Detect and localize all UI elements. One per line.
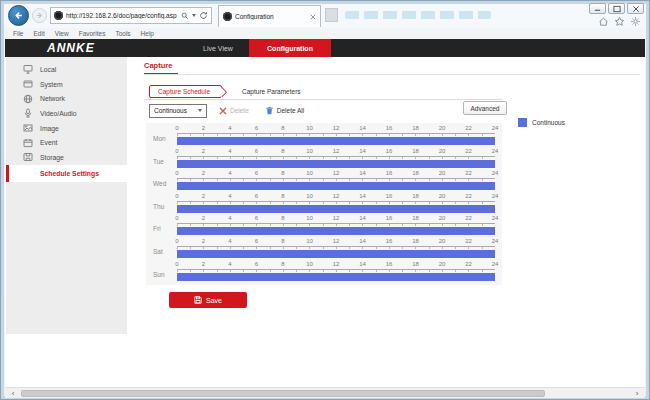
nav-tab-live-view[interactable]: Live View bbox=[190, 39, 246, 57]
day-timeline[interactable]: 024681012141618202224 bbox=[177, 216, 495, 239]
delete-button[interactable]: Delete bbox=[219, 107, 249, 115]
hour-label: 4 bbox=[228, 193, 231, 199]
day-timeline[interactable]: 024681012141618202224 bbox=[177, 262, 495, 285]
schedule-bar[interactable] bbox=[177, 205, 495, 213]
hour-label: 8 bbox=[281, 261, 284, 267]
search-icon[interactable] bbox=[181, 12, 189, 20]
schedule-day-row: Tue 024681012141618202224 bbox=[146, 149, 502, 172]
sidebar-item[interactable]: Image bbox=[6, 121, 127, 136]
browser-menu-bar: FileEditViewFavoritesToolsHelp bbox=[5, 28, 645, 39]
floppy-save-icon bbox=[194, 296, 202, 304]
back-button[interactable] bbox=[8, 5, 29, 26]
hour-label: 6 bbox=[255, 215, 258, 221]
menu-item[interactable]: View bbox=[55, 30, 69, 37]
sidebar-item-label: Storage bbox=[40, 154, 64, 161]
maximize-button[interactable] bbox=[608, 3, 625, 14]
tab-close-icon[interactable] bbox=[310, 14, 316, 20]
calendar-icon bbox=[23, 138, 33, 148]
url-input[interactable]: http://192.168.2.6/doc/page/config.asp bbox=[66, 12, 178, 19]
day-label: Sat bbox=[146, 239, 177, 262]
hour-label: 22 bbox=[465, 215, 472, 221]
menu-item[interactable]: Tools bbox=[115, 30, 130, 37]
hour-label: 14 bbox=[359, 125, 366, 131]
hour-label: 8 bbox=[281, 125, 284, 131]
menu-item[interactable]: Help bbox=[141, 30, 154, 37]
hour-label: 18 bbox=[412, 215, 419, 221]
hour-label: 24 bbox=[492, 170, 499, 176]
horizontal-scrollbar[interactable]: ‹ › bbox=[5, 387, 645, 398]
schedule-bar[interactable] bbox=[177, 137, 495, 145]
schedule-bar[interactable] bbox=[177, 273, 495, 281]
schedule-day-row: Thu 024681012141618202224 bbox=[146, 194, 502, 217]
sidebar-item[interactable]: System bbox=[6, 77, 127, 92]
delete-all-button[interactable]: Delete All bbox=[265, 106, 304, 115]
storage-icon bbox=[23, 152, 33, 162]
sidebar-item-label: Image bbox=[40, 125, 59, 132]
refresh-icon[interactable] bbox=[199, 11, 208, 20]
sidebar-items: Local System Network Video/Audio bbox=[6, 62, 127, 165]
hour-label: 20 bbox=[439, 125, 446, 131]
select-caret-icon bbox=[198, 109, 202, 112]
hour-label: 4 bbox=[228, 170, 231, 176]
menu-item[interactable]: File bbox=[13, 30, 23, 37]
scroll-left-arrow-icon[interactable]: ‹ bbox=[7, 388, 19, 399]
sidebar-item[interactable]: Network bbox=[6, 91, 127, 106]
address-bar[interactable]: http://192.168.2.6/doc/page/config.asp bbox=[50, 7, 212, 24]
schedule-bar[interactable] bbox=[177, 160, 495, 168]
schedule-bar[interactable] bbox=[177, 250, 495, 258]
day-timeline[interactable]: 024681012141618202224 bbox=[177, 194, 495, 217]
hour-label: 10 bbox=[306, 170, 313, 176]
settings-gear-icon[interactable] bbox=[630, 16, 641, 27]
camera-favicon bbox=[54, 11, 63, 20]
capture-tabs: Capture Schedule Capture Parameters bbox=[144, 85, 502, 100]
day-label: Wed bbox=[146, 171, 177, 194]
hour-label: 8 bbox=[281, 148, 284, 154]
camera-favicon bbox=[223, 12, 232, 21]
sidebar-item[interactable]: Local bbox=[6, 62, 127, 77]
menu-item[interactable]: Edit bbox=[33, 30, 44, 37]
hour-label: 0 bbox=[175, 238, 178, 244]
scroll-right-arrow-icon[interactable]: › bbox=[631, 388, 643, 399]
forward-button[interactable] bbox=[32, 8, 47, 23]
hour-label: 2 bbox=[202, 261, 205, 267]
close-button[interactable] bbox=[627, 3, 644, 14]
day-label: Tue bbox=[146, 149, 177, 172]
nav-tab-configuration[interactable]: Configuration bbox=[249, 39, 331, 57]
sidebar-item[interactable]: Storage bbox=[6, 150, 127, 165]
tab-capture-schedule[interactable]: Capture Schedule bbox=[149, 85, 222, 98]
day-timeline[interactable]: 024681012141618202224 bbox=[177, 126, 495, 149]
hour-label: 24 bbox=[492, 215, 499, 221]
tab-capture-parameters[interactable]: Capture Parameters bbox=[232, 85, 311, 98]
sidebar-item-schedule-settings[interactable]: Schedule Settings bbox=[6, 165, 127, 182]
browser-tab-configuration[interactable]: Configuration bbox=[218, 5, 321, 27]
new-tab-button[interactable] bbox=[325, 8, 338, 22]
menu-item[interactable]: Favorites bbox=[79, 30, 106, 37]
browser-quick-icons bbox=[598, 16, 641, 27]
schedule-day-row: Sat 024681012141618202224 bbox=[146, 239, 502, 262]
sidebar-item[interactable]: Event bbox=[6, 135, 127, 150]
hour-label: 20 bbox=[439, 193, 446, 199]
advanced-button[interactable]: Advanced bbox=[463, 101, 507, 115]
scrollbar-thumb[interactable] bbox=[21, 390, 545, 397]
hour-label: 4 bbox=[228, 125, 231, 131]
schedule-bar[interactable] bbox=[177, 227, 495, 235]
schedule-type-select[interactable]: Continuous bbox=[149, 104, 207, 118]
title-divider bbox=[144, 73, 640, 75]
dropdown-caret-icon[interactable] bbox=[192, 14, 196, 17]
hour-label: 12 bbox=[333, 125, 340, 131]
hour-label: 12 bbox=[333, 170, 340, 176]
save-button[interactable]: Save bbox=[169, 292, 247, 308]
day-label: Thu bbox=[146, 194, 177, 217]
day-timeline[interactable]: 024681012141618202224 bbox=[177, 149, 495, 172]
hour-label: 18 bbox=[412, 238, 419, 244]
sidebar-item[interactable]: Video/Audio bbox=[6, 106, 127, 121]
day-timeline[interactable]: 024681012141618202224 bbox=[177, 239, 495, 262]
hour-label: 10 bbox=[306, 148, 313, 154]
schedule-bar[interactable] bbox=[177, 182, 495, 190]
day-timeline[interactable]: 024681012141618202224 bbox=[177, 171, 495, 194]
favorites-star-icon[interactable] bbox=[614, 16, 625, 27]
schedule-type-value: Continuous bbox=[154, 107, 187, 114]
home-icon[interactable] bbox=[598, 16, 609, 27]
minimize-button[interactable] bbox=[589, 3, 606, 14]
microphone-icon bbox=[23, 108, 33, 118]
